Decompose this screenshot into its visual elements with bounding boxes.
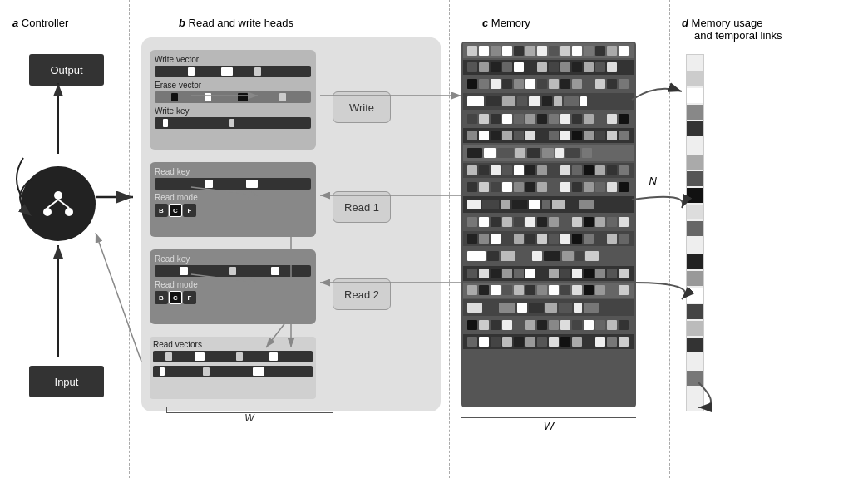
read1-panel: Read key Read mode B C F	[150, 162, 316, 237]
read1-mode-badges: B C F	[155, 204, 311, 217]
mem-row-2	[463, 76, 634, 91]
diagram-container: a Controller Output Input	[0, 0, 868, 478]
read-vec-row2	[153, 366, 313, 377]
read2-mode-badges: B C F	[155, 291, 311, 304]
divider-2	[449, 0, 450, 478]
network-icon	[37, 183, 79, 224]
brace-right	[333, 407, 333, 413]
write-panel: Write vector Erase vector Write key	[150, 50, 316, 150]
read1-key-row	[155, 178, 311, 190]
badge-c2: C	[169, 291, 182, 304]
read-vec-row1	[153, 351, 313, 362]
output-box: Output	[29, 54, 104, 86]
mem-row-8	[463, 180, 634, 195]
read1-key-label: Read key	[155, 167, 311, 176]
svg-line-4	[58, 200, 69, 208]
badge-f: F	[183, 204, 196, 217]
mem-row-10	[463, 214, 634, 229]
write-vector-row	[155, 66, 311, 77]
mem-row-5	[463, 128, 634, 143]
read1-op-box: Read 1	[333, 191, 391, 223]
section-d-label: d Memory usage and temporal links	[682, 17, 782, 42]
mem-row-4	[463, 111, 634, 126]
write-vector-label: Write vector	[155, 55, 311, 64]
w-label-rw: W	[166, 412, 333, 424]
mem-row-0	[463, 43, 634, 58]
read-vectors-label: Read vectors	[153, 340, 313, 349]
memusage-strip	[686, 54, 704, 411]
badge-c: C	[169, 204, 182, 217]
svg-point-2	[65, 208, 73, 216]
section-a-label: a Controller	[12, 17, 68, 29]
mem-row-1	[463, 60, 634, 75]
controller-circle	[21, 166, 96, 241]
badge-b2: B	[155, 291, 168, 304]
read2-key-row	[155, 265, 311, 277]
badge-b: B	[155, 204, 168, 217]
section-b-label: b Read and write heads	[179, 17, 293, 29]
write-op-box: Write	[333, 91, 391, 123]
rw-heads-area: b Read and write heads Write vector Eras…	[133, 8, 449, 470]
mem-row-12	[463, 248, 634, 264]
mem-row-6	[463, 145, 634, 161]
mem-row-14	[463, 283, 634, 298]
read2-key-label: Read key	[155, 254, 311, 264]
read2-op-box: Read 2	[333, 278, 391, 310]
mem-row-13	[463, 266, 634, 281]
read1-mode-label: Read mode	[155, 193, 311, 202]
mem-row-16	[463, 318, 634, 333]
erase-vector-row	[155, 91, 311, 103]
mem-row-15	[463, 299, 634, 316]
read2-panel: Read key Read mode B C F	[150, 249, 316, 324]
memory-grid	[461, 42, 636, 407]
section-c-label: c Memory	[482, 17, 530, 29]
divider-3	[669, 0, 670, 478]
mem-row-9	[463, 196, 634, 213]
input-box: Input	[29, 366, 104, 397]
mem-row-7	[463, 163, 634, 178]
write-key-label: Write key	[155, 106, 311, 116]
memory-w-label: W	[461, 417, 636, 432]
svg-line-3	[47, 200, 58, 208]
svg-point-0	[54, 191, 62, 200]
read2-mode-label: Read mode	[155, 280, 311, 289]
mem-row-17	[463, 334, 634, 349]
memory-n-label: N	[649, 175, 657, 187]
self-loop-svg	[8, 154, 29, 204]
read-vectors-panel: Read vectors	[150, 337, 316, 399]
controller-area: a Controller Output Input	[8, 8, 133, 470]
badge-f2: F	[183, 291, 196, 304]
memusage-area: d Memory usage and temporal links	[673, 8, 856, 470]
mem-row-3	[463, 93, 634, 110]
memory-area: c Memory	[453, 8, 661, 470]
erase-vector-label: Erase vector	[155, 81, 311, 90]
write-key-row	[155, 117, 311, 129]
svg-point-1	[43, 208, 52, 216]
mem-row-11	[463, 231, 634, 246]
